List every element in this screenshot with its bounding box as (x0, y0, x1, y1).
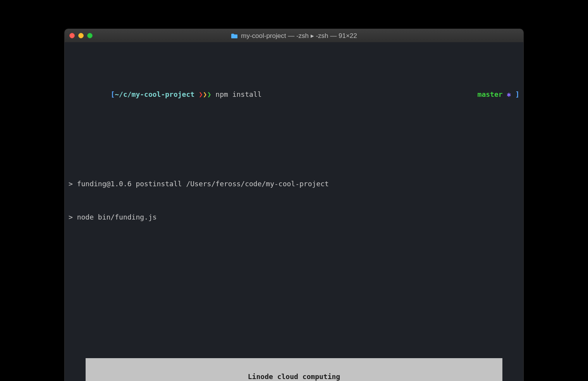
output-blank (69, 145, 519, 156)
output-blank (69, 245, 519, 256)
window-title: my-cool-project — -zsh ▸ -zsh — 91×22 (65, 32, 523, 40)
prompt-line-1: [~/c/my-cool-project ❯❯❯ npm install mas… (69, 78, 519, 111)
folder-icon (231, 33, 238, 38)
window-titlebar[interactable]: my-cool-project — -zsh ▸ -zsh — 91×22 (65, 29, 523, 42)
command-text: npm install (215, 90, 261, 98)
prompt-chevrons: ❯❯❯ (199, 90, 211, 98)
terminal-body[interactable]: [~/c/my-cool-project ❯❯❯ npm install mas… (65, 42, 523, 381)
git-dirty-icon: ✱ (507, 90, 511, 98)
output-blank (69, 279, 519, 290)
output-line: > node bin/funding.js (69, 212, 519, 223)
ad-title: Linode cloud computing (103, 371, 485, 381)
prompt-path: ~/c/my-cool-project (115, 90, 194, 98)
window-title-text: my-cool-project — -zsh ▸ -zsh — 91×22 (241, 32, 357, 40)
minimize-button[interactable] (78, 33, 84, 38)
lbracket: [ (110, 90, 115, 98)
rbracket: ] (515, 90, 519, 98)
output-line: > funding@1.0.6 postinstall /Users/feros… (69, 178, 519, 190)
close-button[interactable] (69, 33, 75, 38)
window-controls (69, 33, 93, 38)
git-branch: master (478, 90, 503, 98)
terminal-window: my-cool-project — -zsh ▸ -zsh — 91×22 [~… (64, 29, 524, 381)
maximize-button[interactable] (87, 33, 93, 38)
funding-ad: Linode cloud computing Deploy a server i… (86, 358, 502, 381)
funding-ad-container: Linode cloud computing Deploy a server i… (69, 335, 519, 381)
desktop: my-cool-project — -zsh ▸ -zsh — 91×22 [~… (0, 0, 588, 381)
